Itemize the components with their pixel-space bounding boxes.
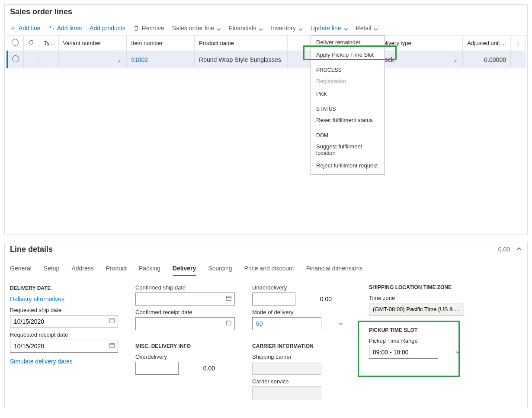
input-carrier-service <box>252 386 321 399</box>
label-underdelivery: Underdelivery <box>252 284 352 291</box>
sales-order-line-dropdown[interactable]: Sales order line <box>172 25 221 32</box>
menu-header-dom: DOM <box>311 126 385 140</box>
menu-deliver-remainder[interactable]: Deliver remainder <box>311 36 385 48</box>
line-details-amount: 0.00 <box>498 246 510 253</box>
input-shipping-carrier <box>252 362 321 375</box>
col-item-number[interactable]: Item number <box>127 35 195 51</box>
row-item-number[interactable]: 91002 <box>127 51 195 68</box>
tab-financial-dimensions[interactable]: Financial dimensions <box>306 265 363 276</box>
tab-setup[interactable]: Setup <box>44 265 60 276</box>
label-conf-ship-date: Confirmed ship date <box>135 284 235 291</box>
input-conf-ship-date[interactable] <box>135 293 235 305</box>
col-shipping-tz: SHIPPING LOCATION TIME ZONE Time zone PI… <box>369 284 468 399</box>
chevron-down-icon[interactable] <box>452 350 463 354</box>
chevron-down-icon[interactable]: ⌄ <box>117 56 122 63</box>
row-adjusted-unit[interactable]: 0.00000 <box>463 51 511 68</box>
link-simulate-dates[interactable]: Simulate delivery dates <box>10 358 118 365</box>
conf-receipt-date-field[interactable] <box>136 318 223 329</box>
line-details-right: 0.00 <box>498 246 522 253</box>
table-row[interactable]: ⌄ 91002 Round Wrap Style Sunglasses Stoc… <box>7 51 526 68</box>
retail-dropdown[interactable]: Retail <box>356 25 378 32</box>
label-timezone: Time zone <box>369 295 468 301</box>
input-conf-receipt-date[interactable] <box>135 317 235 330</box>
menu-apply-pickup-time-slot[interactable]: Apply Pickup Time Slot <box>311 48 385 61</box>
input-underdelivery[interactable] <box>252 293 295 305</box>
sales-order-lines-title: Sales order lines <box>5 5 527 21</box>
add-lines-button[interactable]: Add lines <box>48 25 82 32</box>
conf-ship-date-field[interactable] <box>136 294 223 304</box>
calendar-icon[interactable] <box>106 342 118 350</box>
order-lines-toolbar: Add line Add lines Add products Remove S… <box>5 21 527 35</box>
input-timezone <box>369 303 464 316</box>
add-line-label: Add line <box>19 25 41 32</box>
req-ship-date-field[interactable] <box>10 316 106 327</box>
inventory-label: Inventory <box>271 25 296 32</box>
refresh-icon <box>28 40 34 47</box>
tab-sourcing[interactable]: Sourcing <box>208 265 232 276</box>
pickup-range-field[interactable] <box>369 347 452 357</box>
input-pickup-range[interactable] <box>369 346 438 359</box>
row-type[interactable] <box>39 51 58 68</box>
chevron-down-icon[interactable] <box>335 322 346 326</box>
col-adjusted-unit[interactable]: Adjusted unit ... <box>463 35 511 51</box>
financials-dropdown[interactable]: Financials <box>229 25 263 32</box>
chevron-down-icon[interactable]: ⌄ <box>453 56 458 63</box>
row-product-name[interactable]: Round Wrap Style Sunglasses <box>195 51 287 68</box>
menu-pick[interactable]: Pick <box>311 87 385 100</box>
tab-product[interactable]: Product <box>106 265 127 276</box>
chevron-down-icon <box>217 26 221 30</box>
remove-button[interactable]: Remove <box>133 25 164 32</box>
calendar-icon[interactable] <box>106 318 118 325</box>
update-line-dropdown[interactable]: Update line <box>311 25 348 32</box>
col-type[interactable]: Ty... <box>39 35 58 51</box>
req-receipt-date-field[interactable] <box>10 341 106 351</box>
col-confirmed: Confirmed ship date Confirmed receipt da… <box>135 284 235 399</box>
section-delivery-date: DELIVERY DATE <box>10 285 118 291</box>
label-mode-delivery: Mode of delivery <box>252 309 352 315</box>
col-delivery-type[interactable]: Delivery type <box>374 35 463 51</box>
plus-icon <box>10 25 16 31</box>
menu-reject-request[interactable]: Reject fulfillment request <box>311 159 385 172</box>
tab-address[interactable]: Address <box>71 265 93 276</box>
input-mode-delivery[interactable] <box>252 317 321 330</box>
section-carrier: CARRIER INFORMATION <box>252 343 352 349</box>
add-line-button[interactable]: Add line <box>10 25 41 32</box>
update-line-label: Update line <box>311 25 341 32</box>
select-all-header[interactable] <box>7 35 24 51</box>
menu-suggest-location[interactable]: Suggest fulfillment location <box>311 140 385 159</box>
plus-lines-icon <box>48 25 54 31</box>
retail-label: Retail <box>356 25 372 32</box>
calendar-icon[interactable] <box>223 295 234 302</box>
col-mode: Underdelivery Mode of delivery CARRIER I… <box>252 284 352 399</box>
menu-header-process: PROCESS <box>311 61 385 75</box>
chevron-up-icon[interactable] <box>516 246 522 253</box>
input-req-ship-date[interactable] <box>10 315 118 328</box>
svg-rect-1 <box>110 344 115 348</box>
row-variant[interactable]: ⌄ <box>58 51 127 68</box>
tab-delivery[interactable]: Delivery <box>173 265 196 276</box>
timezone-field <box>369 304 464 314</box>
underdelivery-field[interactable] <box>253 294 335 304</box>
refresh-header[interactable] <box>24 35 39 51</box>
col-variant-number[interactable]: Variant number <box>58 35 127 51</box>
col-more[interactable]: ⋮ <box>510 35 525 51</box>
col-product-name[interactable]: Product name <box>195 35 287 51</box>
label-pickup-range: Pickup Time Range <box>369 338 468 344</box>
row-delivery-type[interactable]: Stock ⌄ <box>374 51 463 68</box>
input-overdelivery[interactable] <box>135 362 179 375</box>
overdelivery-field[interactable] <box>136 363 218 373</box>
tab-packing[interactable]: Packing <box>139 265 160 276</box>
remove-label: Remove <box>142 25 164 32</box>
tab-general[interactable]: General <box>10 265 32 276</box>
menu-reset-fulfillment[interactable]: Reset fulfillment status <box>311 114 385 126</box>
mode-delivery-field[interactable] <box>253 318 335 329</box>
add-products-button[interactable]: Add products <box>90 25 125 32</box>
tab-price-discount[interactable]: Price and discount <box>244 265 294 276</box>
inventory-dropdown[interactable]: Inventory <box>271 25 303 32</box>
input-req-receipt-date[interactable] <box>10 340 118 353</box>
link-delivery-alternatives[interactable]: Delivery alternatives <box>10 296 118 302</box>
chevron-down-icon <box>374 26 378 30</box>
calendar-icon[interactable] <box>223 320 234 327</box>
svg-rect-3 <box>227 321 231 325</box>
row-select[interactable] <box>7 51 24 68</box>
